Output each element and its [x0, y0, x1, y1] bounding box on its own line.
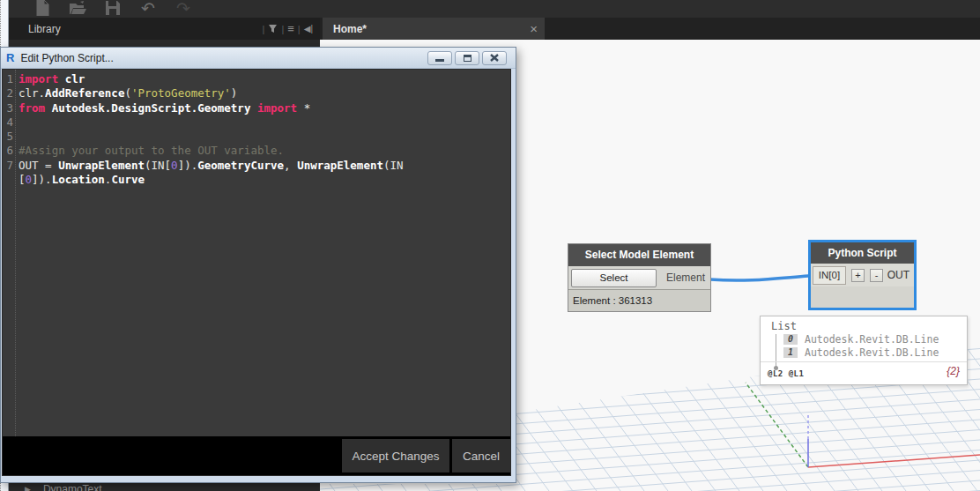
dialog-title: Edit Python Script...	[20, 52, 113, 64]
add-input-button[interactable]: +	[851, 269, 865, 282]
python-script-node[interactable]: Python Script IN[0] + - OUT	[808, 240, 917, 310]
select-button[interactable]: Select	[571, 269, 657, 287]
tab-home[interactable]: Home* ×	[323, 18, 545, 40]
code-line: 1import clr	[3, 72, 510, 86]
list-count-badge: {2}	[947, 365, 960, 377]
new-file-icon[interactable]	[25, 0, 60, 18]
open-folder-icon[interactable]	[60, 0, 95, 18]
redo-icon[interactable]: ↷	[166, 0, 201, 18]
node-wire[interactable]	[710, 276, 808, 280]
y-axis	[746, 383, 808, 467]
node-title: Python Script	[811, 242, 914, 264]
code-line: [0]).Location.Curve	[3, 173, 510, 187]
remove-input-button[interactable]: -	[870, 269, 883, 282]
code-line: 7OUT = UnwrapElement(IN[0]).GeometryCurv…	[3, 159, 510, 173]
collapse-panel-icon[interactable]: ◀|	[304, 24, 313, 33]
revit-app-icon: R	[6, 51, 14, 64]
dialog-footer: Accept Changes Cancel	[3, 436, 510, 475]
output-preview-bubble: List 0Autodesk.Revit.DB.Line1Autodesk.Re…	[760, 316, 968, 385]
undo-icon[interactable]: ↶	[130, 0, 166, 18]
edit-python-script-dialog: R Edit Python Script... 1import clr2clr.…	[0, 47, 516, 483]
python-code-editor[interactable]: 1import clr2clr.AddReference('ProtoGeome…	[3, 70, 510, 436]
maximize-button[interactable]	[455, 51, 479, 65]
list-item: 0Autodesk.Revit.DB.Line	[783, 332, 939, 346]
separator: |	[298, 24, 301, 34]
cancel-button[interactable]: Cancel	[452, 439, 510, 472]
origin-axes	[746, 383, 980, 467]
element-output-port[interactable]: Element	[666, 272, 705, 284]
select-model-element-node[interactable]: Select Model Element Select Element Elem…	[568, 244, 710, 311]
separator: |	[263, 24, 265, 34]
tab-close-icon[interactable]: ×	[530, 23, 538, 35]
minimize-button[interactable]	[427, 51, 452, 65]
save-icon[interactable]	[95, 0, 130, 18]
in0-input-port[interactable]: IN[0]	[813, 266, 846, 285]
separator: |	[281, 24, 284, 34]
code-line: 5	[3, 130, 510, 144]
accept-changes-button[interactable]: Accept Changes	[342, 439, 449, 472]
list-levels-label: @L2 @L1	[768, 369, 804, 378]
close-icon	[490, 54, 499, 62]
list-label: List	[771, 320, 797, 332]
library-item-label: DynamoText	[43, 483, 102, 491]
node-title: Select Model Element	[568, 244, 710, 266]
filter-icon[interactable]	[268, 24, 278, 33]
element-id-value: Element : 361313	[568, 289, 710, 311]
code-line: 3from Autodesk.DesignScript.Geometry imp…	[3, 101, 510, 115]
main-toolbar: ↶ ↷	[9, 0, 980, 18]
maximize-icon	[464, 55, 471, 62]
close-button[interactable]	[482, 51, 507, 65]
tab-label: Home*	[333, 23, 367, 35]
library-item-dynamotext[interactable]: ▶ DynamoText	[25, 483, 102, 491]
x-axis	[808, 455, 980, 467]
chevron-right-icon: ▶	[25, 485, 31, 491]
list-view-icon[interactable]: ≡	[287, 22, 294, 35]
code-line: 4	[3, 115, 510, 130]
dialog-titlebar[interactable]: R Edit Python Script...	[1, 48, 516, 69]
out-output-port[interactable]: OUT	[887, 269, 909, 281]
list-item: 1Autodesk.Revit.DB.Line	[783, 346, 939, 359]
minimize-icon	[435, 59, 444, 62]
node-body	[811, 286, 914, 308]
library-panel-header: Library | | ≡ | ◀|	[9, 18, 320, 40]
code-line: 2clr.AddReference('ProtoGeometry')	[3, 86, 510, 100]
code-line: 6#Assign your output to the OUT variable…	[3, 144, 510, 158]
library-title: Library	[28, 23, 61, 35]
